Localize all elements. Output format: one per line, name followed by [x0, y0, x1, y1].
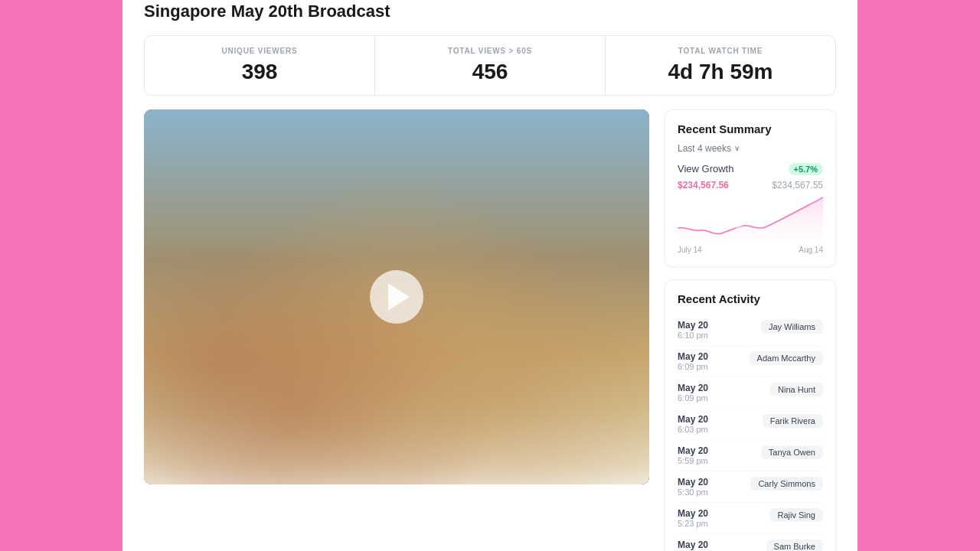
view-growth-row: View Growth +5.7%	[678, 163, 823, 175]
activity-time: 5:59 pm	[678, 456, 708, 465]
activity-item: May 20 6:10 pm Jay Williams	[678, 315, 823, 346]
activity-time: 6:10 pm	[678, 331, 708, 340]
video-container[interactable]	[144, 109, 649, 484]
chart-date-end: Aug 14	[799, 246, 823, 254]
stat-unique-viewers: UNIQUE VIEWERS 398	[145, 36, 375, 95]
chart-date-start: July 14	[678, 246, 702, 254]
main-card: Singapore May 20th Broadcast UNIQUE VIEW…	[122, 0, 858, 551]
activity-day: May 20	[678, 445, 708, 456]
activity-day: May 20	[678, 320, 708, 331]
activity-name-badge: Carly Simmons	[750, 477, 823, 491]
activity-name-badge: Tanya Owen	[761, 445, 823, 459]
activity-time: 6:09 pm	[678, 362, 708, 371]
stat-label-watch: TOTAL WATCH TIME	[621, 47, 820, 55]
view-growth-label: View Growth	[678, 163, 733, 174]
activity-name-badge: Farik Rivera	[763, 414, 823, 428]
chevron-down-icon: ∨	[734, 144, 740, 152]
activity-card: Recent Activity May 20 6:10 pm Jay Willi…	[665, 279, 836, 552]
activity-item: May 20 5:59 pm Tanya Owen	[678, 440, 823, 471]
activity-time: 6:09 pm	[678, 393, 708, 403]
page-title: Singapore May 20th Broadcast	[144, 2, 836, 21]
activity-name-badge: Rajiv Sing	[769, 508, 823, 522]
chart-values: $234,567.56 $234,567.55	[678, 180, 823, 191]
stat-value-unique: 398	[160, 60, 359, 84]
period-label: Last 4 weeks	[678, 143, 731, 154]
activity-day: May 20	[678, 508, 708, 519]
activity-date: May 20 6:10 pm	[678, 320, 708, 340]
activity-name-badge: Sam Burke	[766, 540, 823, 552]
activity-item: May 20 Sam Burke	[678, 534, 823, 552]
activity-item: May 20 6:09 pm Nina Hunt	[678, 377, 823, 409]
play-icon	[388, 283, 410, 311]
activity-item: May 20 5:30 pm Carly Simmons	[678, 471, 823, 503]
activity-day: May 20	[678, 351, 708, 362]
activity-date: May 20 5:30 pm	[678, 477, 708, 497]
activity-date: May 20 5:23 pm	[678, 508, 708, 528]
stat-total-views: TOTAL VIEWS > 60S 456	[375, 36, 606, 95]
activity-day: May 20	[678, 414, 708, 425]
activity-date: May 20 5:59 pm	[678, 445, 708, 465]
activity-name-badge: Adam Mccarthy	[750, 351, 823, 365]
sidebar: Recent Summary Last 4 weeks ∨ View Growt…	[665, 109, 836, 552]
activity-item: May 20 6:03 pm Farik Rivera	[678, 409, 823, 440]
activity-time: 5:23 pm	[678, 519, 708, 528]
activity-item: May 20 6:09 pm Adam Mccarthy	[678, 346, 823, 377]
chart-value-right: $234,567.55	[772, 180, 823, 191]
activity-day: May 20	[678, 477, 708, 487]
stats-row: UNIQUE VIEWERS 398 TOTAL VIEWS > 60S 456…	[144, 35, 836, 96]
stat-value-watch: 4d 7h 59m	[621, 60, 820, 84]
stat-watch-time: TOTAL WATCH TIME 4d 7h 59m	[606, 36, 835, 95]
activity-name-badge: Jay Williams	[761, 320, 823, 334]
activity-day: May 20	[678, 540, 708, 550]
activity-list: May 20 6:10 pm Jay Williams May 20 6:09 …	[678, 315, 823, 552]
activity-time: 5:30 pm	[678, 487, 708, 497]
stat-label-views: TOTAL VIEWS > 60S	[390, 47, 590, 55]
video-bg	[144, 109, 649, 484]
activity-date: May 20	[678, 540, 708, 550]
activity-date: May 20 6:09 pm	[678, 383, 708, 403]
activity-date: May 20 6:09 pm	[678, 351, 708, 371]
chart-value-left: $234,567.56	[678, 180, 729, 191]
activity-item: May 20 5:23 pm Rajiv Sing	[678, 503, 823, 534]
activity-time: 6:03 pm	[678, 425, 708, 434]
stat-value-views: 456	[390, 60, 590, 84]
summary-title: Recent Summary	[678, 122, 823, 135]
activity-day: May 20	[678, 383, 708, 393]
summary-card: Recent Summary Last 4 weeks ∨ View Growt…	[665, 109, 836, 267]
content-area: Recent Summary Last 4 weeks ∨ View Growt…	[144, 109, 836, 552]
growth-badge: +5.7%	[789, 163, 824, 175]
chart-dates: July 14 Aug 14	[678, 246, 823, 254]
activity-date: May 20 6:03 pm	[678, 414, 708, 434]
activity-name-badge: Nina Hunt	[770, 383, 823, 396]
play-button[interactable]	[370, 270, 423, 324]
stat-label-unique: UNIQUE VIEWERS	[160, 47, 359, 55]
period-selector[interactable]: Last 4 weeks ∨	[678, 143, 823, 154]
chart-svg	[678, 194, 823, 240]
activity-title: Recent Activity	[678, 292, 823, 305]
